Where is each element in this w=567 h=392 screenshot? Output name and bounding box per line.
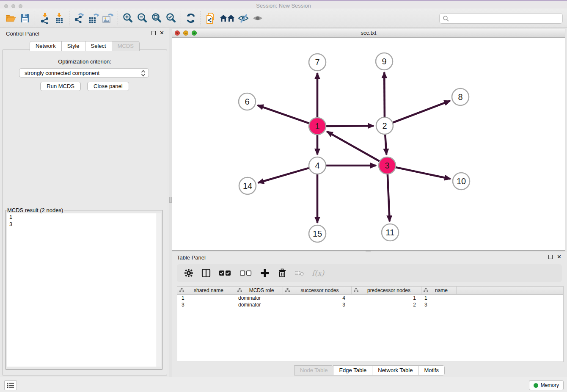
add-column-icon[interactable] [260, 268, 270, 278]
delete-column-icon[interactable] [277, 268, 287, 278]
table-cell[interactable]: 3 [421, 301, 457, 308]
search-icon [443, 15, 449, 22]
edge-1-2[interactable] [326, 126, 374, 126]
node-label-7: 7 [315, 58, 319, 67]
edge-2-3[interactable] [385, 135, 386, 155]
mcds-result-lines: 13 [7, 213, 161, 228]
node-label-15: 15 [313, 229, 322, 238]
toolbar-separator [201, 11, 201, 25]
table-cell[interactable]: 1 [352, 295, 421, 301]
edge-4-14[interactable] [258, 168, 309, 183]
list-icon [7, 382, 14, 388]
export-image-icon[interactable] [101, 11, 115, 26]
table-cell[interactable]: dominator [235, 301, 283, 308]
memory-status-icon [534, 383, 538, 388]
open-file-icon[interactable] [3, 11, 18, 26]
close-panel-button[interactable]: Close panel [87, 82, 129, 91]
hide-selected-icon[interactable] [237, 11, 251, 26]
table-row[interactable]: 1dominator411 [177, 295, 563, 301]
tab-motifs[interactable]: Motifs [418, 365, 445, 375]
refresh-icon[interactable] [184, 11, 198, 26]
attribute-tree-icon [354, 287, 358, 293]
zoom-fit-icon[interactable] [149, 11, 164, 26]
toolbar-separator [35, 11, 35, 25]
export-table-icon[interactable] [86, 11, 101, 26]
tab-node-table[interactable]: Node Table [294, 365, 334, 375]
attribute-tree-icon [424, 287, 428, 293]
column-visibility-icon[interactable] [201, 268, 211, 278]
import-table-icon[interactable] [52, 11, 66, 26]
control-panel-title: Control Panel [6, 30, 39, 37]
edge-1-6[interactable] [258, 105, 309, 124]
result-scrollbar[interactable] [157, 213, 161, 367]
tab-select[interactable]: Select [85, 41, 112, 51]
network-window-title: scc.txt [172, 30, 565, 36]
float-panel-icon[interactable] [548, 255, 553, 259]
table-cell[interactable]: 1 [177, 295, 235, 301]
edge-3-10[interactable] [396, 167, 451, 179]
column-header-predecessor-nodes[interactable]: predecessor nodes [352, 287, 421, 294]
table-toolbar: f(x) [177, 264, 562, 282]
memory-button[interactable]: Memory [529, 380, 564, 390]
node-label-2: 2 [382, 121, 387, 130]
tab-mcds[interactable]: MCDS [112, 41, 140, 51]
optimization-criterion-select[interactable]: strongly connected component [19, 68, 149, 77]
task-history-button[interactable] [4, 380, 17, 390]
tab-network-table[interactable]: Network Table [372, 365, 418, 375]
node-label-8: 8 [458, 92, 462, 102]
unselect-all-icon[interactable] [239, 268, 253, 278]
run-mcds-button[interactable]: Run MCDS [40, 82, 81, 91]
table-cell[interactable]: dominator [235, 295, 283, 301]
float-panel-icon[interactable] [151, 31, 156, 35]
edge-2-9[interactable] [384, 72, 385, 117]
toolbar-separator [118, 11, 118, 25]
save-session-icon[interactable] [18, 11, 32, 26]
table-cell[interactable]: 2 [352, 301, 421, 308]
session-title: Session: New Session [0, 3, 567, 9]
edge-2-8[interactable] [393, 101, 450, 122]
show-all-icon[interactable] [251, 11, 265, 26]
network-canvas[interactable]: 7968124314101511 [172, 38, 565, 250]
delete-table-icon[interactable] [295, 268, 305, 278]
edge-3-11[interactable] [388, 174, 390, 221]
column-header-successor-nodes[interactable]: successor nodes [283, 287, 352, 294]
table-row[interactable]: 3dominator323 [177, 301, 563, 308]
tab-style[interactable]: Style [61, 41, 85, 51]
search-input[interactable] [449, 14, 562, 23]
control-panel-tabs: NetworkStyleSelectMCDS [0, 41, 169, 51]
function-builder-icon[interactable]: f(x) [312, 269, 324, 277]
zoom-selected-icon[interactable] [164, 11, 178, 26]
first-neighbors-icon[interactable] [218, 11, 237, 26]
close-panel-icon[interactable]: ✕ [160, 30, 164, 36]
column-header-MCDS-role[interactable]: MCDS role [235, 287, 283, 294]
mcds-result-textarea[interactable]: 13 [7, 213, 161, 367]
control-panel-header: Control Panel ✕ [0, 28, 169, 39]
close-panel-icon[interactable]: ✕ [557, 254, 561, 259]
network-window-titlebar[interactable]: × − + scc.txt [172, 28, 565, 38]
zoom-out-icon[interactable] [135, 11, 149, 26]
node-label-14: 14 [243, 181, 252, 190]
export-network-icon[interactable] [72, 11, 86, 26]
tab-network[interactable]: Network [30, 41, 62, 51]
app-titlebar: Session: New Session [0, 0, 567, 8]
network-canvas-svg: 7968124314101511 [172, 38, 565, 250]
node-label-6: 6 [245, 97, 249, 106]
node-label-1: 1 [315, 121, 319, 131]
select-all-icon[interactable] [218, 268, 232, 278]
edge-3-1[interactable] [327, 132, 380, 161]
status-bar: Memory [0, 377, 567, 392]
column-header-shared-name[interactable]: shared name [177, 287, 235, 294]
search-box[interactable] [439, 13, 563, 24]
table-cell[interactable]: 3 [283, 301, 352, 308]
zoom-in-icon[interactable] [121, 11, 135, 26]
tab-edge-table[interactable]: Edge Table [333, 365, 372, 375]
column-header-name[interactable]: name [421, 287, 457, 294]
import-network-icon[interactable] [38, 11, 52, 26]
table-cell[interactable]: 4 [283, 295, 352, 301]
new-network-from-selection-icon[interactable] [204, 11, 218, 26]
table-options-gear-icon[interactable] [184, 268, 194, 278]
table-cell[interactable]: 3 [177, 301, 235, 308]
table-cell[interactable]: 1 [421, 295, 457, 301]
node-label-9: 9 [382, 57, 386, 66]
dropdown-selected-value: strongly connected component [25, 70, 99, 76]
